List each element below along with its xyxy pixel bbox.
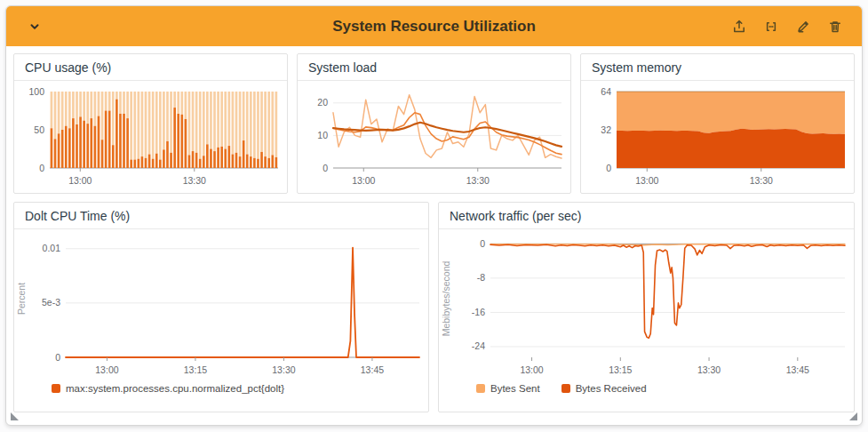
copy-icon	[764, 20, 778, 34]
svg-text:13:00: 13:00	[95, 364, 118, 375]
svg-text:0: 0	[39, 163, 44, 173]
svg-text:13:30: 13:30	[183, 175, 206, 186]
chart-legend: Bytes Sent Bytes Received	[439, 379, 854, 394]
svg-text:64: 64	[601, 86, 611, 97]
svg-text:-16: -16	[472, 307, 485, 317]
widget-title: System memory	[581, 54, 854, 81]
widget-title: System load	[298, 54, 570, 81]
system-memory-chart[interactable]: 0326413:0013:30	[581, 81, 854, 189]
chart-legend: max:system.processes.cpu.normalized_pct{…	[14, 379, 428, 394]
system-load-chart[interactable]: 0102013:0013:30	[298, 81, 570, 189]
cpu-usage-chart[interactable]: 05010013:0013:30	[14, 81, 287, 189]
pencil-icon	[796, 20, 810, 34]
dashboard-group: System Resource Utilization CPU usage (%…	[5, 5, 863, 426]
resize-handle-bottom-right[interactable]	[849, 412, 857, 420]
svg-text:0: 0	[323, 163, 328, 173]
group-header[interactable]: System Resource Utilization	[6, 6, 862, 46]
legend-swatch	[52, 384, 60, 393]
widget-title: Network traffic (per sec)	[439, 203, 854, 229]
svg-text:50: 50	[34, 124, 44, 135]
widget-title: CPU usage (%)	[14, 54, 287, 81]
svg-text:10: 10	[317, 130, 328, 140]
group-actions	[729, 16, 846, 37]
widget-network-traffic[interactable]: Network traffic (per sec) 0-8-16-2413:00…	[438, 202, 855, 412]
svg-text:0.01: 0.01	[43, 243, 61, 253]
legend-label: Bytes Received	[576, 383, 647, 394]
svg-text:13:15: 13:15	[184, 364, 207, 375]
copy-widget-button[interactable]	[760, 16, 782, 37]
svg-text:13:30: 13:30	[466, 175, 490, 186]
network-traffic-chart[interactable]: 0-8-16-2413:0013:1513:3013:45Mebibytes/s…	[439, 229, 854, 379]
chevron-down-icon	[28, 20, 42, 34]
legend-item[interactable]: max:system.processes.cpu.normalized_pct{…	[52, 383, 284, 394]
export-button[interactable]	[729, 16, 750, 37]
svg-text:5e-3: 5e-3	[42, 297, 60, 308]
svg-text:13:30: 13:30	[750, 175, 773, 186]
legend-swatch	[476, 384, 485, 393]
widget-row-bottom: Dolt CPU Time (%) 05e-30.0113:0013:1513:…	[13, 202, 855, 412]
legend-label: max:system.processes.cpu.normalized_pct{…	[66, 383, 284, 394]
svg-text:100: 100	[28, 86, 44, 97]
collapse-group-button[interactable]	[26, 18, 44, 36]
export-icon	[732, 20, 746, 34]
widget-title: Dolt CPU Time (%)	[14, 203, 428, 229]
dolt-cpu-time-chart[interactable]: 05e-30.0113:0013:1513:3013:45Percent	[14, 229, 428, 379]
widget-cpu-usage[interactable]: CPU usage (%) 05010013:0013:30	[13, 53, 288, 194]
svg-text:-8: -8	[477, 272, 485, 283]
delete-button[interactable]	[824, 16, 846, 37]
svg-text:0: 0	[606, 163, 611, 173]
svg-text:0: 0	[480, 238, 485, 249]
legend-swatch	[561, 384, 570, 393]
trash-icon	[828, 20, 842, 34]
svg-text:Mebibytes/second: Mebibytes/second	[441, 261, 451, 337]
svg-text:13:30: 13:30	[272, 364, 295, 375]
svg-text:32: 32	[601, 124, 611, 135]
svg-text:20: 20	[317, 97, 328, 108]
group-content: CPU usage (%) 05010013:0013:30 System lo…	[6, 46, 862, 420]
widget-system-load[interactable]: System load 0102013:0013:30	[297, 53, 571, 194]
widget-dolt-cpu-time[interactable]: Dolt CPU Time (%) 05e-30.0113:0013:1513:…	[13, 202, 429, 412]
svg-text:13:00: 13:00	[352, 175, 375, 186]
legend-item[interactable]: Bytes Sent	[476, 383, 540, 394]
edit-button[interactable]	[792, 16, 814, 37]
svg-text:13:45: 13:45	[361, 364, 384, 375]
svg-text:13:45: 13:45	[786, 364, 809, 375]
resize-handle-bottom-left[interactable]	[11, 412, 19, 420]
svg-text:13:00: 13:00	[635, 175, 658, 186]
legend-label: Bytes Sent	[490, 383, 540, 394]
legend-item[interactable]: Bytes Received	[561, 383, 647, 394]
svg-text:0: 0	[55, 352, 60, 363]
svg-text:13:00: 13:00	[68, 175, 92, 186]
svg-text:Percent: Percent	[16, 283, 27, 315]
svg-text:-24: -24	[472, 340, 485, 351]
svg-text:13:15: 13:15	[609, 364, 632, 375]
svg-text:13:30: 13:30	[697, 364, 721, 375]
widget-system-memory[interactable]: System memory 0326413:0013:30	[580, 53, 855, 194]
svg-text:13:00: 13:00	[520, 364, 543, 375]
widget-row-top: CPU usage (%) 05010013:0013:30 System lo…	[13, 53, 855, 194]
